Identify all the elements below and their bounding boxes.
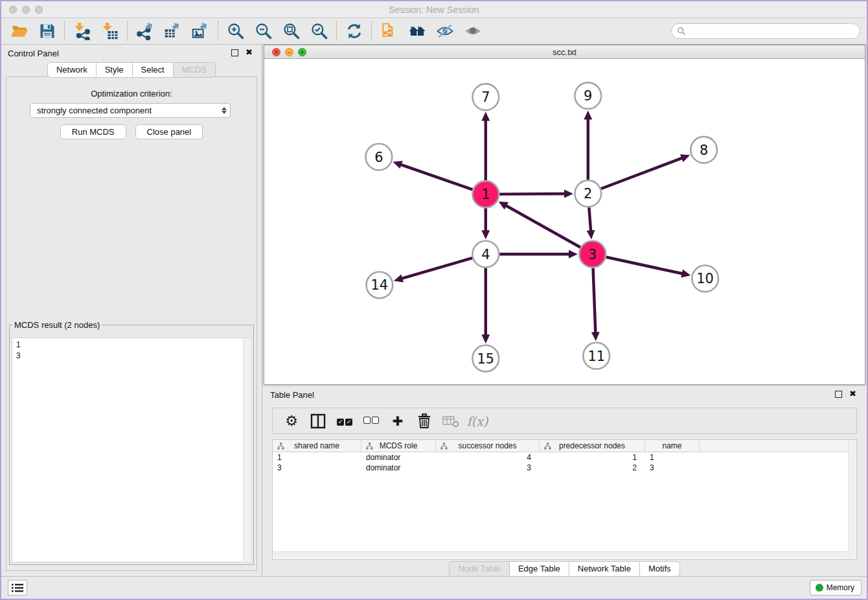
tab-select[interactable]: Select [132, 62, 174, 78]
table-cell[interactable]: 3 [273, 463, 361, 473]
graph-node-11[interactable]: 11 [583, 343, 610, 369]
import-network-button[interactable] [68, 20, 96, 42]
table-cell[interactable]: 3 [645, 463, 700, 473]
graph-edge-2-8[interactable] [601, 154, 690, 189]
deselect-all-button[interactable] [363, 413, 380, 430]
graph-node-7[interactable]: 7 [472, 84, 499, 110]
tab-node-table[interactable]: Node Table [449, 561, 510, 577]
graph-edge-4-14[interactable] [394, 258, 472, 283]
refresh-icon [345, 22, 363, 40]
graph-node-15[interactable]: 15 [472, 345, 499, 372]
graph-node-14[interactable]: 14 [366, 271, 393, 298]
mcds-result-list[interactable]: 1 3 [16, 340, 242, 560]
tab-network[interactable]: Network [47, 62, 97, 78]
tab-mcds[interactable]: MCDS [173, 62, 216, 78]
export-network-button[interactable] [131, 20, 159, 42]
task-history-button[interactable] [8, 580, 27, 595]
table-vertical-scrollbar[interactable] [849, 441, 856, 559]
graph-edge-2-9[interactable] [584, 111, 592, 180]
graph-node-3[interactable]: 3 [579, 241, 606, 268]
svg-text:7: 7 [481, 89, 490, 105]
run-mcds-button[interactable]: Run MCDS [60, 124, 126, 139]
table-cell[interactable]: 1 [645, 452, 700, 463]
graph-node-8[interactable]: 8 [691, 137, 717, 163]
column-header-successor-nodes[interactable]: successor nodes [436, 440, 540, 452]
graph-node-1[interactable]: 1 [472, 181, 499, 207]
graph-node-6[interactable]: 6 [365, 144, 392, 170]
node-table: shared nameMCDS rolesuccessor nodesprede… [272, 439, 857, 560]
function-builder-button[interactable]: f(x) [469, 413, 486, 430]
table-horizontal-scrollbar[interactable] [273, 551, 848, 559]
search-input[interactable] [686, 25, 860, 38]
table-settings-button[interactable]: ⚙ [283, 413, 300, 430]
graph-edge-3-1[interactable] [499, 202, 580, 248]
table-row[interactable]: 3dominator323 [273, 463, 856, 473]
float-table-panel-button[interactable] [835, 391, 842, 398]
svg-text:2: 2 [584, 186, 592, 202]
select-all-button[interactable]: ✓✓ [336, 413, 353, 430]
clone-network-button[interactable] [375, 20, 403, 42]
close-control-panel-button[interactable]: ✖ [246, 47, 253, 58]
graph-edge-4-3[interactable] [499, 250, 578, 259]
graph-node-10[interactable]: 10 [692, 266, 718, 292]
graph-edge-2-3[interactable] [587, 207, 595, 239]
graph-edge-1-4[interactable] [481, 208, 490, 239]
column-header-predecessor-nodes[interactable]: predecessor nodes [540, 440, 645, 452]
table-toolbar: ⚙ ✓✓ ✚ [272, 408, 857, 434]
split-view-button[interactable] [310, 413, 326, 430]
graph-edge-3-11[interactable] [591, 268, 600, 341]
tab-network-table[interactable]: Network Table [569, 561, 640, 577]
table-cell[interactable]: 4 [436, 452, 540, 463]
delete-column-button[interactable] [416, 413, 433, 430]
network-window-titlebar[interactable]: ✕ − + scc.txt [264, 45, 865, 59]
import-table-button[interactable] [96, 20, 124, 42]
table-cell[interactable]: 2 [540, 463, 645, 473]
graph-node-2[interactable]: 2 [575, 180, 601, 207]
graph-edge-1-6[interactable] [393, 161, 472, 190]
close-table-panel-button[interactable]: ✖ [849, 389, 856, 399]
hide-selected-button[interactable] [431, 20, 459, 42]
float-control-panel-button[interactable] [231, 49, 238, 56]
export-table-button[interactable] [159, 20, 187, 42]
graph-edge-1-7[interactable] [481, 112, 490, 181]
destroy-table-button[interactable] [442, 413, 459, 430]
status-bar: Memory [1, 576, 867, 599]
zoom-selected-button[interactable] [305, 20, 333, 42]
tab-motifs[interactable]: Motifs [639, 561, 680, 577]
home-button[interactable] [403, 20, 431, 42]
apply-layout-button[interactable] [340, 20, 368, 42]
graph-edge-1-2[interactable] [499, 190, 573, 198]
export-image-button[interactable] [187, 20, 214, 42]
memory-button[interactable]: Memory [810, 580, 862, 595]
plus-icon: ✚ [393, 413, 404, 429]
network-canvas[interactable]: 7968124314101511 [264, 59, 865, 384]
toolbar-separator [127, 21, 128, 41]
graph-edge-4-15[interactable] [481, 268, 490, 344]
criterion-select[interactable]: strongly connected component [30, 103, 231, 118]
table-cell[interactable]: 1 [540, 452, 645, 463]
save-session-button[interactable] [33, 20, 61, 42]
graph-node-4[interactable]: 4 [472, 241, 499, 268]
column-header-MCDS-role[interactable]: MCDS role [361, 440, 436, 452]
show-all-button[interactable] [459, 20, 486, 42]
column-header-name[interactable]: name [645, 440, 700, 452]
result-scrollbar[interactable] [243, 339, 250, 561]
table-cell[interactable]: dominator [361, 452, 436, 463]
table-cell[interactable]: dominator [361, 463, 436, 473]
zoom-fit-button[interactable] [277, 20, 305, 42]
zoom-out-button[interactable] [249, 20, 277, 42]
add-column-button[interactable]: ✚ [389, 413, 406, 430]
graph-edge-3-10[interactable] [606, 257, 691, 278]
tab-edge-table[interactable]: Edge Table [509, 561, 569, 577]
zoom-in-button[interactable] [222, 20, 249, 42]
open-session-button[interactable] [5, 20, 33, 42]
column-header-label: name [662, 441, 681, 450]
graph-node-9[interactable]: 9 [575, 82, 601, 109]
table-cell[interactable]: 3 [436, 463, 540, 473]
table-cell[interactable]: 1 [273, 452, 361, 463]
column-header-shared-name[interactable]: shared name [273, 440, 361, 452]
table-row[interactable]: 1dominator411 [273, 452, 856, 463]
control-panel-tabs: NetworkStyleSelectMCDS [1, 62, 262, 78]
close-panel-button[interactable]: Close panel [135, 124, 203, 139]
tab-style[interactable]: Style [96, 62, 133, 78]
